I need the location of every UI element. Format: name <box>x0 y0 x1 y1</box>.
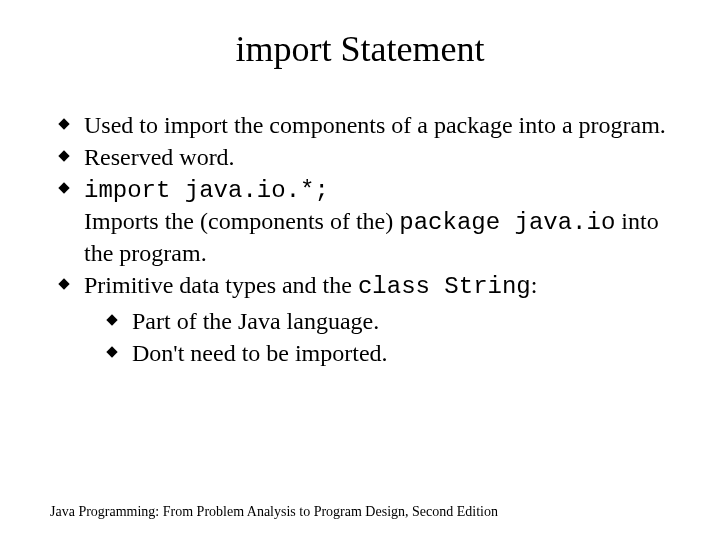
list-item: import java.io.*; Imports the (component… <box>54 174 670 268</box>
list-item: Reserved word. <box>54 142 670 172</box>
bullet-text: Used to import the components of a packa… <box>84 112 666 138</box>
bullet-text: Don't need to be imported. <box>132 340 388 366</box>
text-fragment: : <box>531 272 538 298</box>
sub-bullet-list: Part of the Java language. Don't need to… <box>104 306 670 368</box>
slide-title: import Statement <box>50 28 670 70</box>
code-text: package java.io <box>399 209 615 236</box>
slide: import Statement Used to import the comp… <box>0 0 720 540</box>
footer-text: Java Programming: From Problem Analysis … <box>50 504 498 520</box>
bullet-list: Used to import the components of a packa… <box>54 110 670 368</box>
code-text: import java.io.*; <box>84 177 329 204</box>
text-fragment: Primitive data types and the <box>84 272 358 298</box>
text-fragment: Imports the (components of the) <box>84 208 399 234</box>
list-item: Part of the Java language. <box>104 306 670 336</box>
code-text: class String <box>358 273 531 300</box>
continuation-text: Imports the (components of the) package … <box>84 206 670 268</box>
list-item: Primitive data types and the class Strin… <box>54 270 670 368</box>
list-item: Don't need to be imported. <box>104 338 670 368</box>
list-item: Used to import the components of a packa… <box>54 110 670 140</box>
bullet-text: Reserved word. <box>84 144 235 170</box>
bullet-text: Part of the Java language. <box>132 308 379 334</box>
